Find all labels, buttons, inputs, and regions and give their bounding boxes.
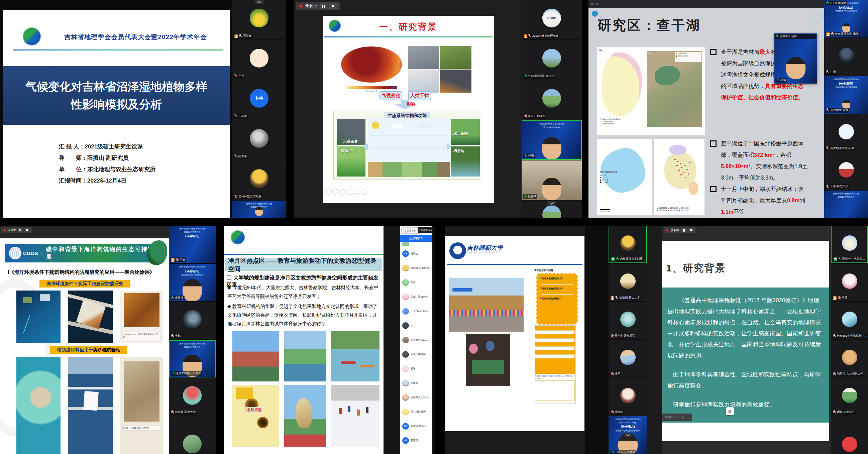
participant-tile[interactable]: 曹守业-通化师院 <box>609 302 647 339</box>
participant-video-tile[interactable]: 张立峰 <box>522 160 582 200</box>
participant-tile[interactable]: 生命科学学院-蒲庆伟 <box>522 40 582 79</box>
screen-share-icon <box>834 257 837 261</box>
meeting-count-header[interactable]: 会议中(26) <box>400 235 432 242</box>
participant-tile[interactable]: 橘子 <box>609 340 647 378</box>
floating-speaker-video[interactable]: 正在讲话: 杨倩 杨倩 <box>774 33 817 84</box>
slide-toolbar[interactable] <box>326 189 369 196</box>
participant-tile[interactable]: 博晓然 <box>609 378 647 416</box>
participant-tile[interactable]: 吉大地理学部-小冰 <box>824 114 868 152</box>
participant-tile[interactable]: 吉林师范大学刘雁的屏幕共享 <box>609 226 647 263</box>
raised-hand-icon <box>611 296 614 300</box>
stop-button[interactable] <box>24 228 29 232</box>
participant-video-tile[interactable]: 吉林省地理学会会员代表大会暨2022年学术年会(分会场六)地理教学与核心素养培养… <box>609 416 647 454</box>
participant-face <box>255 206 263 216</box>
mic-icon <box>528 34 531 38</box>
participant-tile[interactable]: 长春-师范大学 <box>824 153 868 190</box>
search-input[interactable] <box>407 229 418 232</box>
member-name: 王天理—中科院东北地理 <box>411 310 432 313</box>
shared-slide-thumbnail: 吉林省地理学会会员代表大会(分会场四)边境地区发展与区域经济 <box>169 265 215 277</box>
member-name: 元璐妍 <box>411 382 418 385</box>
member-row[interactable]: 媛琳 <box>400 361 432 376</box>
member-row[interactable]: 长春师大-徐小玲 <box>400 390 432 404</box>
member-avatar: 延吉 <box>402 250 409 257</box>
chat-placeholder: 说点什么... <box>664 415 678 419</box>
chevron-up-icon[interactable] <box>254 0 264 4</box>
stop-button[interactable] <box>329 3 337 9</box>
member-avatar <box>402 279 409 286</box>
chat-input[interactable]: 说点什么... <box>662 414 692 421</box>
participant-tile[interactable]: 李鹤 <box>169 302 216 339</box>
member-row[interactable]: 延吉马延吉 <box>400 247 432 261</box>
participant-tile[interactable]: 廖炜 吉大慧谷 <box>831 378 868 416</box>
gap-strip <box>585 226 609 454</box>
meeting-window-7: 录制中 1、研究背景 《普通高中地理课程标准（2017 年版2020修订）》明确… <box>662 226 868 454</box>
mic-icon <box>838 296 841 300</box>
member-name: 孙源 <box>411 281 415 284</box>
meeting-window-1: 吉林省地理学会会员代表大会暨2022年学术年会 气候变化对吉林省沼泽湿地植物多样… <box>0 0 286 218</box>
participant-name-label: 陆恩诺 <box>234 154 248 159</box>
slide-research-background-2: 1、研究背景 《普通高中地理课程标准（2017 年版2020修订）》明确提出地理… <box>662 241 829 441</box>
slide-title: 一、研究背景 <box>323 21 494 33</box>
stop-button[interactable] <box>688 228 694 233</box>
participant-video-tile[interactable]: 吉林省地理学会会员代表大会暨2022年学术年会延边大学硕士研究生 <box>169 340 216 378</box>
participant-video-tile[interactable]: 吉林省地理学会会员代表大会暨2022年学术年会(分会场四)华丽 <box>169 226 216 263</box>
participant-tile[interactable]: 长春152中学徐伟初中地理 <box>831 302 868 339</box>
pause-button[interactable] <box>320 3 327 9</box>
member-row[interactable] <box>400 242 432 247</box>
participant-tile[interactable]: 徐瑞丽-延边大学 <box>609 264 647 301</box>
chevron-mid-icon[interactable] <box>623 433 632 437</box>
participant-strip: 石慧敏王丹冬艳王冬艳陆恩诺吉林师范大学刘雁吉林省地理学会会员代表大会暨2022年… <box>232 0 286 218</box>
participant-tile[interactable]: 和香莹 东北师范大学 <box>831 340 868 378</box>
participant-video-tile[interactable]: 吉林省地理学会会员代表大会暨2022年学术年会张镜 <box>522 120 582 160</box>
participant-video-tile[interactable]: 吉林省地理学会会员代表大会(分会场四)边境地区发展与区域经济金石柱 <box>169 264 216 301</box>
photo-island-aerial <box>17 357 61 454</box>
participant-tile[interactable] <box>169 416 216 454</box>
member-avatar <box>402 337 409 343</box>
participant-tile[interactable]: 佟守正 地理所 <box>522 80 582 120</box>
participant-strip: 吉林省地理学会会员代表大会暨2022年学术年会(分会场四)华丽吉林省地理学会会员… <box>169 226 216 454</box>
participant-video-tile[interactable]: 吉林省地理学会会员代表大会暨2022年学术年会 <box>232 201 286 218</box>
avatar <box>250 49 269 68</box>
participant-video-tile[interactable]: 吉林省地理学会会员代表大会(分会场三)生物地理与生态系统服务东北师大-刘雪 <box>824 76 868 114</box>
recording-label: 录制中 <box>305 3 317 9</box>
participant-tile[interactable]: 冬艳王冬艳 <box>232 80 286 120</box>
participant-tile[interactable]: 延边一中池美美的屏幕共享 <box>831 226 868 263</box>
participant-tile[interactable]: 徐璐颖-延边大学 <box>169 378 216 416</box>
member-row[interactable]: 王超 - 延边大学 <box>400 290 432 304</box>
member-name: 媛琳 <box>411 367 415 370</box>
mic-icon <box>616 257 619 261</box>
member-row[interactable]: 延边大学黄琴 <box>400 347 432 361</box>
record-icon <box>299 4 303 8</box>
participant-tile[interactable]: 石慧敏 <box>232 0 286 39</box>
participant-video-tile[interactable]: 吉林省地理学会会员代表大会暨2022年学术年会 <box>824 191 868 218</box>
member-row[interactable]: 王天理—中科院东北地理 <box>400 304 432 318</box>
slide-title-page: 吉林省地理学会会员代表大会暨2022年学术年会 气候变化对吉林省沼泽湿地植物多样… <box>3 10 230 218</box>
pause-button[interactable] <box>681 228 687 233</box>
avatar <box>839 124 854 139</box>
participant-video-tile[interactable]: 吉林省地理学会会员代表大会(分会场三)生物地理与生态系统服务正在讲话: 杨倩长春… <box>824 0 868 37</box>
participant-tile[interactable]: 陆恩诺 <box>232 120 286 160</box>
slide-ocean-structures: CGOS | 碳中和背景下海洋构筑物的生态可持续发展 Ⅰ《海洋环境条件下建筑钢结… <box>0 238 169 454</box>
speaking-indicator: 正在讲话: 杨倩 <box>825 1 847 5</box>
participant-tile[interactable] <box>522 201 582 218</box>
photo-heatmap: 净月片区 <box>232 385 279 447</box>
member-row[interactable]: 小Y <box>400 318 432 333</box>
member-row[interactable]: 邵志颖-长春师范大学 <box>400 261 432 275</box>
participant-tile[interactable]: CGOS2022吉林省地理年会 <box>522 0 582 39</box>
member-row[interactable]: 周力行陕师大 <box>400 404 432 419</box>
emoji-reaction-button[interactable] <box>726 407 734 415</box>
member-row[interactable]: 延边大学-2019-居雷 <box>400 333 432 347</box>
member-row[interactable]: 孙源 <box>400 275 432 290</box>
member-row[interactable]: 师大刘梦瑶 首师大 <box>400 419 432 433</box>
screen-share-icon <box>611 257 615 261</box>
participant-tile[interactable]: 王丹 <box>232 40 286 79</box>
participant-tile[interactable]: 吉林师范大学刘雁 <box>232 160 286 200</box>
chevron-down-icon[interactable] <box>547 201 556 205</box>
member-row[interactable]: 思琪罗思琪 <box>400 433 432 448</box>
participant-tile[interactable]: 任丽 <box>824 38 868 75</box>
collapse-icon[interactable] <box>682 416 685 419</box>
member-row[interactable]: 元璐妍 <box>400 376 432 390</box>
participant-tile[interactable] <box>831 416 868 454</box>
participant-tile[interactable]: 王雪 <box>831 264 868 301</box>
pause-button[interactable] <box>18 228 23 232</box>
